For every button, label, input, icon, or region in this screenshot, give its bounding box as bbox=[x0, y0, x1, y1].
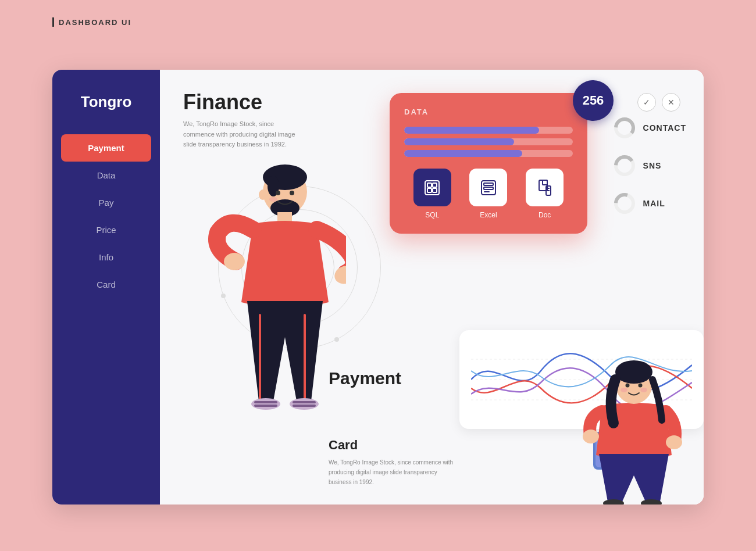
data-bar-fill-2 bbox=[404, 138, 514, 145]
data-icon-excel[interactable]: Excel bbox=[469, 169, 507, 219]
sidebar-item-card[interactable]: Card bbox=[52, 271, 160, 298]
doc-icon-box bbox=[526, 169, 564, 206]
svg-point-7 bbox=[332, 263, 346, 287]
mail-label: MAIL bbox=[643, 199, 665, 208]
header-icons: ✓ ✕ bbox=[637, 93, 680, 112]
data-bar-bg-1 bbox=[404, 127, 573, 134]
svg-rect-26 bbox=[484, 187, 493, 189]
svg-point-4 bbox=[259, 189, 267, 200]
right-stats: CONTACT SNS MAIL bbox=[613, 116, 686, 215]
stat-mail[interactable]: MAIL bbox=[613, 192, 686, 215]
contact-label: CONTACT bbox=[643, 123, 686, 133]
stat-sns[interactable]: SNS bbox=[613, 154, 686, 177]
sidebar-item-data[interactable]: Data bbox=[52, 162, 160, 189]
data-bar-bg-2 bbox=[404, 138, 573, 145]
svg-rect-15 bbox=[293, 405, 316, 407]
check-button[interactable]: ✓ bbox=[637, 93, 656, 112]
top-label: DASHBOARD UI bbox=[52, 17, 131, 27]
sql-icon-box bbox=[413, 169, 451, 206]
svg-rect-12 bbox=[254, 401, 277, 403]
sql-label: SQL bbox=[425, 211, 439, 219]
svg-rect-14 bbox=[293, 401, 316, 403]
svg-rect-22 bbox=[427, 188, 432, 192]
dashboard: Tongro Payment Data Pay Price Info Card … bbox=[52, 70, 704, 505]
sidebar-item-price[interactable]: Price bbox=[52, 216, 160, 244]
data-icon-sql[interactable]: SQL bbox=[413, 169, 451, 219]
sns-donut-icon bbox=[613, 154, 636, 177]
sidebar-item-info[interactable]: Info bbox=[52, 244, 160, 271]
data-bar-row-2 bbox=[404, 138, 573, 145]
excel-icon-box bbox=[469, 169, 507, 206]
data-bar-row-1 bbox=[404, 127, 573, 134]
data-bar-fill-3 bbox=[404, 150, 522, 157]
contact-donut-icon bbox=[613, 116, 636, 139]
data-icon-doc[interactable]: Doc bbox=[526, 169, 564, 219]
top-label-bar bbox=[52, 17, 54, 27]
svg-point-51 bbox=[640, 388, 647, 392]
woman-character bbox=[576, 342, 692, 505]
svg-point-49 bbox=[639, 384, 643, 388]
svg-point-10 bbox=[251, 398, 280, 410]
main-content: Finance We, TongRo Image Stock, since co… bbox=[160, 70, 704, 505]
mail-donut-icon bbox=[613, 192, 636, 215]
svg-rect-23 bbox=[433, 188, 437, 192]
data-bar-bg-3 bbox=[404, 150, 573, 157]
data-bars bbox=[404, 127, 573, 157]
svg-point-17 bbox=[290, 191, 294, 195]
sidebar-item-pay[interactable]: Pay bbox=[52, 189, 160, 216]
sidebar-nav: Payment Data Pay Price Info Card bbox=[52, 134, 160, 298]
svg-point-48 bbox=[626, 384, 630, 388]
data-icons-row: SQL Excel bbox=[404, 169, 573, 219]
svg-point-45 bbox=[666, 435, 682, 449]
svg-point-11 bbox=[290, 398, 319, 410]
data-bar-fill-1 bbox=[404, 127, 539, 134]
svg-rect-21 bbox=[433, 183, 437, 187]
card-section-text: We, TongRo Image Stock, since commence w… bbox=[329, 457, 457, 487]
data-card: DATA bbox=[390, 93, 587, 234]
svg-rect-13 bbox=[254, 405, 277, 407]
stat-contact[interactable]: CONTACT bbox=[613, 116, 686, 139]
svg-point-16 bbox=[276, 191, 280, 195]
svg-rect-25 bbox=[484, 183, 493, 185]
svg-rect-20 bbox=[427, 183, 432, 187]
svg-point-47 bbox=[615, 360, 652, 384]
data-card-title: DATA bbox=[404, 108, 573, 116]
sidebar-item-payment[interactable]: Payment bbox=[61, 134, 151, 162]
page-title: Finance bbox=[183, 90, 299, 115]
badge-256: 256 bbox=[573, 80, 614, 121]
sns-label: SNS bbox=[643, 161, 662, 170]
top-label-text: DASHBOARD UI bbox=[59, 18, 131, 27]
svg-point-6 bbox=[224, 253, 245, 270]
svg-rect-9 bbox=[304, 314, 306, 401]
card-section-title: Card bbox=[329, 438, 457, 453]
svg-rect-8 bbox=[259, 314, 261, 401]
card-section: Card We, TongRo Image Stock, since comme… bbox=[329, 438, 457, 487]
sidebar: Tongro Payment Data Pay Price Info Card bbox=[52, 70, 160, 505]
excel-label: Excel bbox=[480, 211, 497, 219]
svg-point-50 bbox=[621, 388, 627, 392]
doc-label: Doc bbox=[539, 211, 551, 219]
sidebar-brand: Tongro bbox=[81, 93, 132, 111]
svg-rect-27 bbox=[484, 191, 490, 192]
man-character bbox=[183, 139, 346, 488]
close-button[interactable]: ✕ bbox=[662, 93, 680, 112]
svg-point-18 bbox=[269, 197, 277, 202]
svg-point-44 bbox=[583, 430, 599, 443]
data-bar-row-3 bbox=[404, 150, 573, 157]
